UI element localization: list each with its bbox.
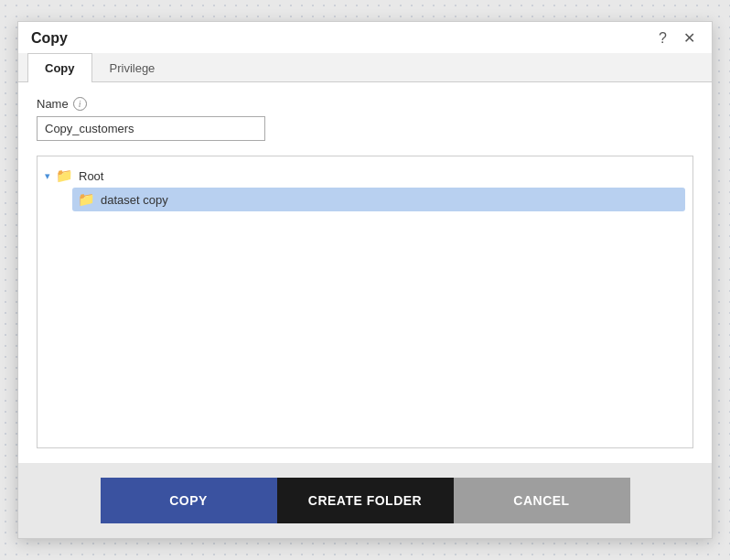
title-bar: Copy ? ✕ xyxy=(18,22,712,53)
name-label: Name i xyxy=(37,97,693,111)
tree-root[interactable]: ▾ 📁 Root xyxy=(45,164,685,188)
dialog-content: Name i ▾ 📁 Root 📁 dataset copy xyxy=(18,82,712,463)
copy-dialog: Copy ? ✕ Copy Privilege Name i ▾ 📁 Root xyxy=(17,21,713,539)
dialog-title: Copy xyxy=(31,30,68,47)
button-bar: COPY CREATE FOLDER CANCEL xyxy=(18,463,712,538)
tree-item-label: dataset copy xyxy=(101,193,168,207)
create-folder-button[interactable]: CREATE FOLDER xyxy=(277,478,454,523)
tab-privilege[interactable]: Privilege xyxy=(92,53,173,82)
title-bar-left: Copy xyxy=(31,30,68,47)
tree-children: 📁 dataset copy xyxy=(45,188,685,211)
help-button[interactable]: ? xyxy=(655,29,671,48)
tree-item[interactable]: 📁 dataset copy xyxy=(72,188,685,211)
name-input[interactable] xyxy=(37,116,265,141)
folder-icon: 📁 xyxy=(56,167,73,184)
folder-tree[interactable]: ▾ 📁 Root 📁 dataset copy xyxy=(37,156,693,448)
chevron-down-icon: ▾ xyxy=(45,170,50,182)
title-bar-right: ? ✕ xyxy=(655,29,699,48)
copy-button[interactable]: COPY xyxy=(101,478,277,523)
tab-bar: Copy Privilege xyxy=(18,53,712,82)
tab-copy[interactable]: Copy xyxy=(27,53,92,82)
folder-blue-icon: 📁 xyxy=(78,191,95,208)
close-button[interactable]: ✕ xyxy=(680,29,699,48)
cancel-button[interactable]: CANCEL xyxy=(454,478,630,523)
root-label: Root xyxy=(79,169,103,183)
info-icon: i xyxy=(73,97,87,111)
